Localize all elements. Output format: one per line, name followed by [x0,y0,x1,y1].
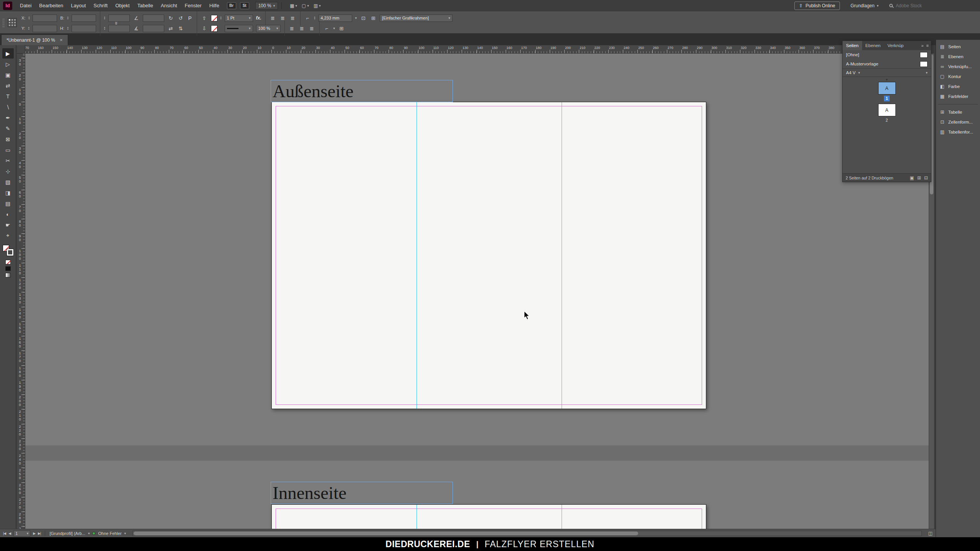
width-spinner[interactable]: ▴▾ [67,16,69,20]
height-spinner[interactable]: ▴▾ [67,26,69,30]
hand-tool[interactable]: ☛ [2,220,14,230]
eyedropper-tool[interactable]: ◐ [2,209,14,219]
page-2-thumbnail[interactable]: A [878,104,896,116]
line-tool[interactable]: ∖ [2,102,14,112]
chevron-down-icon[interactable]: ▾ [333,26,335,30]
align-center-icon[interactable]: ≣ [299,26,305,31]
spread-view-icon[interactable]: ▣ [910,175,914,181]
align-bottom-icon[interactable]: ≣ [289,15,296,21]
stroke-color-swatch[interactable] [211,15,217,21]
dock-item-tabellenfor[interactable]: ▥Tabellenfor... [936,127,980,137]
workspace-switcher[interactable]: Grundlagen ▾ [851,3,879,8]
view-options-button[interactable]: ▦ ▾ [290,3,297,8]
page-size-row[interactable]: A4 V ▾ ▾ [843,68,931,77]
page-1-thumbnail[interactable]: A [878,82,896,95]
dock-item-ebenen[interactable]: ≣Ebenen [936,52,980,62]
panel-tab-ebenen[interactable]: Ebenen [862,41,884,50]
apply-color-button[interactable] [5,266,11,271]
note-tool[interactable]: ▤ [2,198,14,209]
panel-menu-icon[interactable]: ≡ [926,43,929,48]
zoom-level-select[interactable]: 100 % ▾ [255,2,278,10]
fit-frame-icon[interactable]: ⊡ [360,15,367,21]
fit-content-icon[interactable]: ⊞ [370,15,377,21]
pencil-tool[interactable]: ✎ [2,123,14,134]
adobe-stock-search[interactable] [889,3,938,8]
stock-icon[interactable]: St [240,2,249,9]
previous-page-button[interactable]: ◀ [8,531,11,535]
align-right-icon[interactable]: ≣ [309,26,315,31]
stroke-swatch[interactable] [7,249,13,256]
chevron-down-icon[interactable]: ▾ [88,531,90,535]
scale-x-field[interactable] [108,15,130,22]
flip-horizontal-icon[interactable]: ⇄ [167,26,174,31]
pasteboard-canvas[interactable]: Außenseite Innenseite [25,54,929,529]
select-content-icon[interactable]: ⇩ [201,26,208,31]
x-field[interactable] [33,15,57,22]
corner-options-icon[interactable]: ⌐ [304,15,311,21]
align-middle-icon[interactable]: ≣ [279,15,286,21]
menu-layout[interactable]: Layout [67,0,90,11]
shear-angle-field[interactable] [143,25,164,32]
publish-online-button[interactable]: ⇧ Publish Online [794,2,840,10]
dock-item-tabelle[interactable]: ⊞Tabelle [936,107,980,117]
preflight-profile-label[interactable]: [Grundprofil] (Arb... [49,531,85,536]
gap-tool[interactable]: ⇄ [2,80,14,91]
x-spinner[interactable]: ▴▾ [28,16,29,20]
first-page-button[interactable]: |◀ [3,531,6,535]
horizontal-scrollbar-thumb[interactable] [134,531,638,535]
zoom-tool[interactable]: ⌖ [2,230,14,241]
reference-point-grid[interactable] [8,18,17,27]
delete-page-icon[interactable]: ⊟ [924,175,928,181]
flip-vertical-icon[interactable]: ⇅ [177,26,184,31]
free-transform-tool[interactable]: ⊹ [2,166,14,176]
selection-tool[interactable]: ▶ [2,48,14,59]
bridge-icon[interactable]: Br [227,2,236,9]
menu-bearbeiten[interactable]: Bearbeiten [35,0,67,11]
vertical-ruler[interactable]: 3020100102030405060708090100110120130140… [17,54,25,529]
inner-page-title-frame[interactable]: Innenseite [271,482,453,504]
scale-x-spinner[interactable]: ▴▾ [104,16,105,20]
dock-item-seiten[interactable]: ▤Seiten [936,42,980,52]
panel-grip[interactable] [2,19,5,27]
new-page-icon[interactable]: ⊞ [917,175,921,181]
width-field[interactable] [72,15,96,22]
stroke-weight-select[interactable]: 1 Pt ▾ [225,15,253,22]
rectangle-frame-tool[interactable]: ⊠ [2,134,14,144]
master-none-row[interactable]: [Ohne] [843,50,931,59]
dock-item-farbfelder[interactable]: ▦Farbfelder [936,91,980,101]
menu-schrift[interactable]: Schrift [90,0,111,11]
object-style-select[interactable]: [Einfacher Grafikrahmen] ▾ [380,15,452,22]
panel-tab-seiten[interactable]: Seiten [843,41,862,50]
scale-y-field[interactable] [108,25,130,32]
collapse-panel-icon[interactable]: » [921,43,923,48]
apply-none-button[interactable] [5,260,11,264]
corner-shape-icon[interactable]: ⌐ [323,26,330,31]
align-left-icon[interactable]: ≣ [289,26,296,31]
stroke-weight-spinner[interactable]: ▴▾ [220,16,222,20]
chevron-down-icon[interactable]: ▾ [124,531,126,535]
pen-tool[interactable]: ✒ [2,112,14,123]
document-tab[interactable]: *Unbenannt-1 @ 100 % × [1,34,68,45]
apply-gradient-button[interactable] [5,273,11,277]
type-tool[interactable]: T [2,91,14,101]
dock-item-verkn-pfu[interactable]: ∞Verknüpfu... [936,62,980,72]
chevron-down-icon[interactable]: ▾ [355,16,357,20]
gradient-tool[interactable]: ▧ [2,177,14,187]
split-view-icon[interactable]: ◫ [928,531,933,536]
y-spinner[interactable]: ▴▾ [28,26,29,30]
rectangle-tool[interactable]: ▭ [2,145,14,155]
dock-item-kontur[interactable]: ▢Kontur [936,72,980,82]
rotate-cw-icon[interactable]: ↻ [167,15,174,21]
horizontal-scrollbar[interactable] [132,531,922,536]
align-top-icon[interactable]: ≣ [270,15,276,21]
corner-radius-spinner[interactable]: ▴▾ [314,16,315,20]
ruler-origin-corner[interactable] [17,45,25,54]
effects-fx-icon[interactable]: fx. [256,15,261,21]
menu-fenster[interactable]: Fenster [181,0,206,11]
scale-y-spinner[interactable]: ▴▾ [104,26,105,30]
last-page-button[interactable]: ▶| [38,531,41,535]
dock-item-farbe[interactable]: ◧Farbe [936,82,980,91]
stroke-type-select[interactable]: ▾ [225,25,253,32]
gradient-feather-tool[interactable]: ◨ [2,187,14,198]
close-icon[interactable]: × [60,37,63,43]
